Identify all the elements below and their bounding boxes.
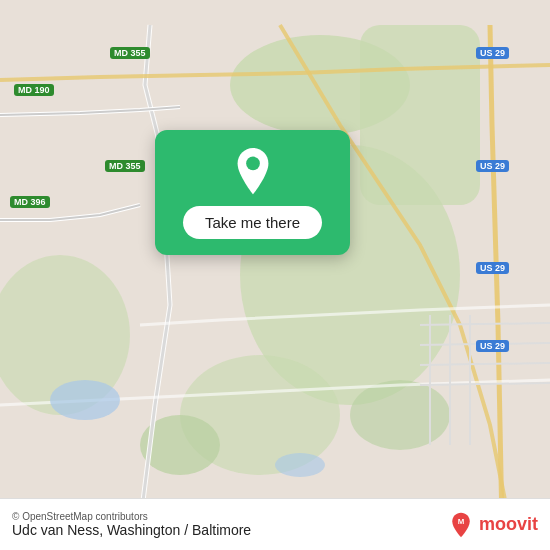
road-label-md355-mid: MD 355	[105, 160, 145, 172]
road-label-us29-top: US 29	[476, 47, 509, 59]
svg-text:M: M	[458, 517, 465, 526]
road-label-md190: MD 190	[14, 84, 54, 96]
road-label-us29-mid1: US 29	[476, 160, 509, 172]
svg-point-16	[275, 453, 325, 477]
road-label-md396: MD 396	[10, 196, 50, 208]
map-container: MD 355 MD 190 MD 355 MD 396 US 29 US 29 …	[0, 0, 550, 550]
moovit-logo: M moovit	[447, 511, 538, 539]
svg-point-7	[350, 380, 450, 450]
copyright-text: © OpenStreetMap contributors	[12, 511, 251, 522]
moovit-brand-icon: M	[447, 511, 475, 539]
svg-point-17	[246, 157, 260, 171]
bottom-bar: © OpenStreetMap contributors Udc van Nes…	[0, 498, 550, 550]
road-label-us29-mid2: US 29	[476, 262, 509, 274]
road-label-us29-bot: US 29	[476, 340, 509, 352]
popup-card: Take me there	[155, 130, 350, 255]
take-me-there-button[interactable]: Take me there	[183, 206, 322, 239]
location-title: Udc van Ness, Washington / Baltimore	[12, 522, 251, 538]
road-label-md355-top: MD 355	[110, 47, 150, 59]
location-pin-icon	[229, 148, 277, 196]
moovit-label: moovit	[479, 514, 538, 535]
svg-point-15	[50, 380, 120, 420]
map-background	[0, 0, 550, 550]
bottom-left-info: © OpenStreetMap contributors Udc van Nes…	[12, 511, 251, 538]
